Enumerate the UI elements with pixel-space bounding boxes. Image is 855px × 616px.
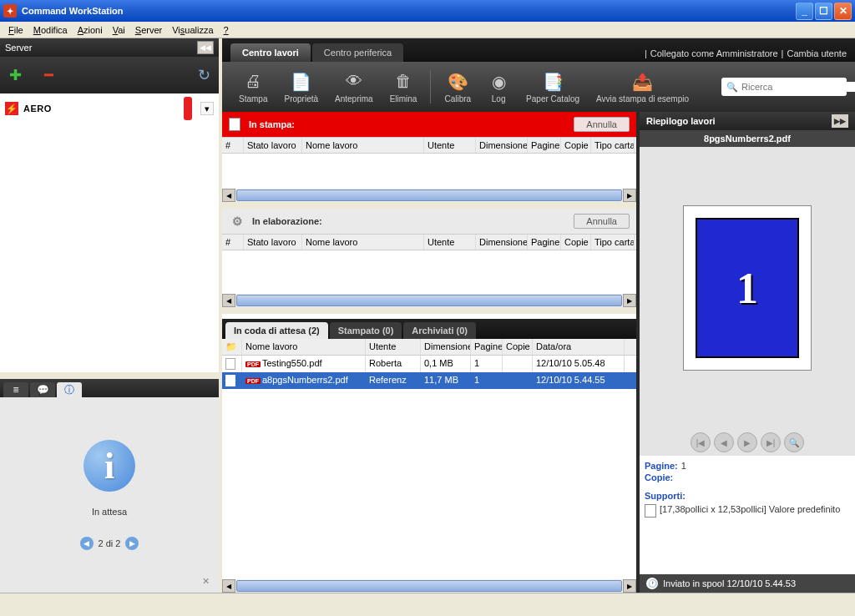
remove-server-icon[interactable]: ━ <box>40 67 57 83</box>
gear-icon: ⚙ <box>229 213 245 230</box>
sidebar-collapse-button[interactable]: ◀◀ <box>197 41 214 54</box>
processing-section-header: ⚙ In elaborazione: Annulla <box>222 209 636 234</box>
file-icon <box>225 375 235 386</box>
queue-grid-header: 📁 Nome lavoro Utente Dimensione Pagine C… <box>222 339 636 356</box>
app-icon: ✦ <box>3 4 17 18</box>
queue-hscroll[interactable]: ◀▶ <box>222 579 636 593</box>
nav-zoom-button[interactable]: 🔍 <box>784 432 804 452</box>
summary-footer: 🕐 Inviato in spool 12/10/10 5.44.53 <box>640 574 855 593</box>
window-title: Command WorkStation <box>22 6 123 16</box>
toolbar-print-button[interactable]: 🖨Stampa <box>230 71 276 104</box>
server-name: AERO <box>23 104 52 114</box>
document-icon <box>229 118 240 131</box>
toolbar-log-button[interactable]: ◉Log <box>479 71 518 104</box>
info-panel: ≡ 💬 ⓘ i In attesa ◀ 2 di 2 ▶ ✕ <box>0 379 219 593</box>
switch-user-link[interactable]: Cambia utente <box>787 48 847 58</box>
page-thumbnail[interactable]: 1 <box>683 205 812 371</box>
summary-details: Pagine:1 Copie: Supporti: [17,38pollici … <box>640 456 855 574</box>
refresh-servers-icon[interactable]: ↻ <box>195 67 212 83</box>
menu-help[interactable]: ? <box>219 23 234 37</box>
pdf-badge-icon: PDF <box>245 361 261 367</box>
calibrate-icon: 🎨 <box>447 71 468 93</box>
queue-tab-printed[interactable]: Stampato (0) <box>330 322 402 339</box>
queue-row[interactable]: PDFTesting550.pdf Roberta 0,1 MB 1 12/10… <box>222 356 636 372</box>
printing-hscroll[interactable]: ◀▶ <box>222 189 636 202</box>
maximize-button[interactable]: ☐ <box>815 3 832 20</box>
info-tab-info[interactable]: ⓘ <box>57 382 82 397</box>
tab-job-center[interactable]: Centro lavori <box>230 43 311 62</box>
queue-tab-archived[interactable]: Archiviati (0) <box>403 322 476 339</box>
sample-print-icon: 📤 <box>632 71 654 93</box>
info-tab-chat[interactable]: 💬 <box>30 382 55 397</box>
document-icon: 📄 <box>291 71 312 93</box>
summary-expand-button[interactable]: ▶▶ <box>832 114 848 128</box>
tab-device-center[interactable]: Centro periferica <box>312 43 403 62</box>
sidebar-header-label: Server <box>5 43 32 53</box>
printing-section-header: In stampa: Annulla <box>222 112 636 137</box>
pager-prev-button[interactable]: ◀ <box>80 537 94 550</box>
queue-tab-hold[interactable]: In coda di attesa (2) <box>225 322 328 339</box>
statusbar <box>0 593 855 616</box>
summary-pane: Riepilogo lavori ▶▶ 8pgsNumberrs2.pdf 1 … <box>636 112 855 593</box>
toolbar-sample-print-button[interactable]: 📤Avvia stampa di esempio <box>588 71 697 104</box>
info-close-icon[interactable]: ✕ <box>202 576 214 588</box>
search-box[interactable]: 🔍 <box>721 78 847 96</box>
printing-grid-header: # Stato lavoro Nome lavoro Utente Dimens… <box>222 137 636 154</box>
pager-text: 2 di 2 <box>99 538 121 548</box>
printing-label: In stampa: <box>249 119 295 129</box>
add-server-icon[interactable]: ✚ <box>7 67 23 83</box>
nav-next-button[interactable]: ▶ <box>737 432 757 452</box>
search-input[interactable] <box>741 82 855 92</box>
summary-title: Riepilogo lavori <box>646 116 716 126</box>
server-warning-icon <box>184 97 192 120</box>
processing-grid-header: # Stato lavoro Nome lavoro Utente Dimens… <box>222 234 636 250</box>
processing-cancel-button[interactable]: Annulla <box>574 214 630 229</box>
server-chevron-icon[interactable]: ▾ <box>200 102 214 115</box>
nav-last-button[interactable]: ▶| <box>761 432 781 452</box>
menu-visualizza[interactable]: Visualizza <box>167 23 218 37</box>
server-row[interactable]: ⚡ AERO ▾ <box>0 93 219 124</box>
page-number: 1 <box>696 218 799 358</box>
file-icon <box>225 358 235 370</box>
printer-icon: 🖨 <box>242 71 264 93</box>
paper-icon <box>645 504 656 518</box>
titlebar[interactable]: ✦ Command WorkStation _ ☐ ✕ <box>0 0 855 22</box>
toolbar-paper-catalog-button[interactable]: 📑Paper Catalog <box>518 71 588 104</box>
clock-icon: 🕐 <box>646 578 658 589</box>
server-sidebar: Server ◀◀ ✚ ━ ↻ ⚡ AERO ▾ <box>0 38 219 372</box>
menu-modifica[interactable]: Modifica <box>28 23 73 37</box>
nav-prev-button[interactable]: ◀ <box>714 432 734 452</box>
processing-label: In elaborazione: <box>252 216 322 226</box>
processing-hscroll[interactable]: ◀▶ <box>222 294 636 307</box>
toolbar-preview-button[interactable]: 👁Anteprima <box>326 71 382 104</box>
printing-cancel-button[interactable]: Annulla <box>574 117 630 132</box>
main-area: Centro lavori Centro periferica | Colleg… <box>222 38 855 593</box>
menu-file[interactable]: File <box>3 23 28 37</box>
summary-filename: 8pgsNumberrs2.pdf <box>640 130 855 147</box>
pager-next-button[interactable]: ▶ <box>125 537 139 550</box>
nav-first-button[interactable]: |◀ <box>691 432 711 452</box>
menu-vai[interactable]: Vai <box>108 23 130 37</box>
toolbar-properties-button[interactable]: 📄Proprietà <box>276 71 326 104</box>
toolbar-calibrate-button[interactable]: 🎨Calibra <box>436 71 479 104</box>
logged-as-label: Collegato come Amministratore <box>650 48 778 58</box>
catalog-icon: 📑 <box>542 71 564 93</box>
minimize-button[interactable]: _ <box>796 3 813 20</box>
toolbar-delete-button[interactable]: 🗑Elimina <box>382 71 426 104</box>
menu-azioni[interactable]: Azioni <box>73 23 108 37</box>
spool-timestamp: Inviato in spool 12/10/10 5.44.53 <box>663 578 796 588</box>
info-state-label: In attesa <box>92 507 127 517</box>
info-icon: i <box>83 440 135 492</box>
log-icon: ◉ <box>488 71 509 93</box>
pdf-badge-icon: PDF <box>245 378 261 384</box>
toolbar: 🖨Stampa 📄Proprietà 👁Anteprima 🗑Elimina 🎨… <box>222 62 855 112</box>
eye-icon: 👁 <box>343 71 365 93</box>
info-tab-list[interactable]: ≡ <box>3 382 28 397</box>
menu-server[interactable]: Server <box>130 23 167 37</box>
bolt-icon: ⚡ <box>5 102 18 115</box>
menubar: File Modifica Azioni Vai Server Visualiz… <box>0 22 855 38</box>
queue-row[interactable]: PDFa8pgsNumberrs2.pdf Referenz 11,7 MB 1… <box>222 372 636 389</box>
search-icon: 🔍 <box>726 82 738 93</box>
close-button[interactable]: ✕ <box>834 3 852 20</box>
trash-icon: 🗑 <box>392 71 414 93</box>
